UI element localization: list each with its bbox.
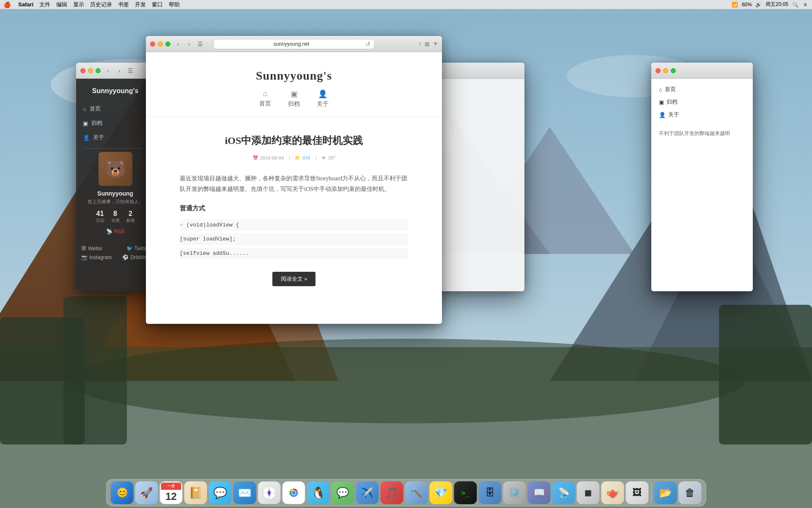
dock-sequel[interactable]: 🗄: [479, 481, 502, 504]
sidebar-site-title: Sunnyyoung's: [92, 87, 139, 95]
search-icon[interactable]: 🔍: [792, 2, 798, 8]
minimize-button[interactable]: [88, 68, 93, 73]
dock-jarvis[interactable]: 🫖: [601, 481, 624, 504]
sketch-icon: 💎: [435, 487, 447, 499]
reload-icon[interactable]: ↺: [365, 41, 370, 47]
apple-menu[interactable]: 🍎: [3, 1, 11, 8]
svg-rect-17: [63, 296, 127, 444]
blog-site: Sunnyyoung's ⌂ 首页 ▣ 归档 👤 关于: [146, 52, 442, 307]
wifi-icon[interactable]: 📶: [732, 2, 738, 8]
terminal-icon: >_: [461, 489, 469, 497]
front-forward-button[interactable]: ›: [185, 40, 193, 48]
menu-window[interactable]: 窗口: [152, 1, 163, 8]
dock-folder[interactable]: 📂: [654, 481, 677, 504]
right-close-button[interactable]: [656, 68, 661, 73]
post-body: 最近发现项目越做越大、臃肿，各种复杂的需求导致Storyboard力不从心，而且…: [180, 173, 408, 260]
copilot-icon: ✈️: [361, 487, 374, 499]
app-name[interactable]: Safari: [18, 1, 33, 8]
post-intro: 最近发现项目越做越大、臃肿，各种复杂的需求导致Storyboard力不从心，而且…: [180, 173, 408, 194]
front-traffic-lights: [150, 41, 170, 47]
folder-icon: 📂: [659, 487, 672, 499]
dock-terminal[interactable]: >_: [454, 481, 477, 504]
dock-xcode[interactable]: 🔨: [405, 481, 428, 504]
maximize-button[interactable]: [96, 68, 101, 73]
rss-link[interactable]: 📡 RSS: [106, 229, 125, 235]
trash-icon: 🗑: [685, 487, 695, 499]
dock-airdrop[interactable]: 📡: [552, 481, 575, 504]
dock-finder[interactable]: 😊: [111, 481, 134, 504]
instagram-link[interactable]: 📷 Instagram: [81, 254, 112, 260]
stat-categories: 8 分类: [111, 210, 120, 224]
share-icon[interactable]: ↑: [418, 40, 421, 48]
menu-view[interactable]: 显示: [73, 1, 84, 8]
dock-music163[interactable]: 🎵: [381, 481, 403, 504]
front-maximize-button[interactable]: [165, 41, 170, 47]
right-nav-archive[interactable]: ▣ 归档: [656, 96, 749, 108]
blog-nav-home[interactable]: ⌂ 首页: [259, 89, 271, 108]
music-icon: 🎵: [386, 487, 398, 499]
rss-icon: 📡: [106, 229, 112, 235]
right-nav-home[interactable]: ⌂ 首页: [656, 83, 749, 96]
front-close-button[interactable]: [150, 41, 155, 47]
front-back-button[interactable]: ‹: [174, 40, 182, 48]
control-strip-icon[interactable]: ≡: [802, 2, 809, 8]
read-more-button[interactable]: 阅读全文 »: [272, 272, 316, 286]
sidebar-nav-about[interactable]: 👤 关于: [76, 130, 154, 145]
blog-nav-archive[interactable]: ▣ 归档: [288, 89, 300, 108]
dribbble-link[interactable]: ⚽ Dribbble: [122, 254, 149, 260]
dock-sketch[interactable]: 💎: [430, 481, 453, 504]
dock-wechat[interactable]: 💬: [332, 481, 354, 504]
dock-copilot[interactable]: ✈️: [356, 481, 379, 504]
back-button[interactable]: ‹: [104, 66, 112, 75]
dock-photos[interactable]: 🖼: [626, 481, 649, 504]
front-minimize-button[interactable]: [158, 41, 163, 47]
dock-mail[interactable]: ✉️: [233, 481, 256, 504]
sidebar-button[interactable]: ☰: [126, 66, 134, 75]
front-sidebar-button[interactable]: ☰: [196, 40, 204, 48]
menu-bookmarks[interactable]: 书签: [118, 1, 129, 8]
dock-safari[interactable]: [258, 481, 281, 504]
dock-chrome[interactable]: [283, 481, 305, 504]
dock-unity[interactable]: ◼: [577, 481, 600, 504]
dock-contacts[interactable]: 📔: [184, 481, 207, 504]
post-category: 📁 iOS: [295, 155, 310, 161]
dock-dash[interactable]: 📖: [528, 481, 551, 504]
volume-icon[interactable]: 🔊: [755, 2, 762, 8]
right-nav-about[interactable]: 👤 关于: [656, 108, 749, 121]
dock-messages[interactable]: 💬: [209, 481, 232, 504]
calendar-date: 12: [161, 490, 181, 503]
twitter-icon: 🐦: [126, 246, 133, 251]
sidebar-panel: Sunnyyoung's ⌂ 首页 ▣ 归档 👤 关于 🐻: [76, 79, 154, 291]
right-minimize-button[interactable]: [663, 68, 668, 73]
browser-content[interactable]: Sunnyyoung's ⌂ 首页 ▣ 归档 👤 关于: [146, 52, 442, 324]
dock-launchpad[interactable]: 🚀: [135, 481, 158, 504]
menu-develop[interactable]: 开发: [135, 1, 146, 8]
sidebar-nav-home[interactable]: ⌂ 首页: [76, 102, 154, 116]
clock: 周五20:05: [765, 1, 788, 8]
dock-qq[interactable]: 🐧: [307, 481, 330, 504]
menu-file[interactable]: 文件: [39, 1, 50, 8]
post-title: iOS中添加约束的最佳时机实践: [180, 134, 408, 148]
mail-icon: ✉️: [238, 486, 252, 500]
menubar: 🍎 Safari 文件 编辑 显示 历史记录 书签 开发 窗口 帮助 📶 60%…: [0, 0, 812, 9]
weibo-link[interactable]: 微 Weibo: [81, 245, 102, 252]
tab-icon[interactable]: ⊞: [425, 41, 430, 47]
menu-help[interactable]: 帮助: [169, 1, 180, 8]
sidebar-nav-archive[interactable]: ▣ 归档: [76, 116, 154, 130]
menu-edit[interactable]: 编辑: [56, 1, 67, 8]
menu-history[interactable]: 历史记录: [90, 1, 112, 8]
instagram-icon: 📷: [81, 254, 88, 260]
close-button[interactable]: [80, 68, 85, 73]
dock-calendar[interactable]: 一月 12: [160, 481, 183, 504]
jarvis-icon: 🫖: [606, 487, 619, 499]
right-maximize-button[interactable]: [671, 68, 676, 73]
dock-trash[interactable]: 🗑: [679, 481, 702, 504]
blog-nav-about[interactable]: 👤 关于: [317, 89, 329, 108]
blog-header: Sunnyyoung's ⌂ 首页 ▣ 归档 👤 关于: [146, 52, 442, 117]
dock-system-prefs[interactable]: ⚙️: [503, 481, 526, 504]
new-tab-icon[interactable]: +: [433, 39, 438, 48]
messages-icon: 💬: [214, 486, 227, 500]
address-bar[interactable]: sunnyyoung.net ↺: [214, 39, 374, 49]
forward-button[interactable]: ›: [115, 66, 123, 75]
system-prefs-icon: ⚙️: [508, 487, 521, 499]
